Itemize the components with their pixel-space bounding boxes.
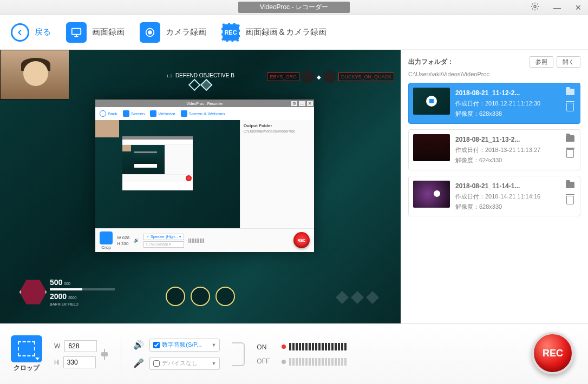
recording-resolution: 解像度：628x338 <box>455 109 576 119</box>
svg-point-3 <box>148 31 152 34</box>
rec-icon: REC <box>221 23 240 42</box>
screen-record-button[interactable]: 画面録画 <box>66 22 125 43</box>
both-record-button[interactable]: REC 画面録画＆カメラ録画 <box>221 23 326 42</box>
window-controls: — ✕ <box>527 0 585 15</box>
nested-toolbar: Back Screen Webcam Screen & Webcam <box>95 107 314 120</box>
recording-item[interactable]: 2018-08-21_11-12-2... 作成日付：2018-12-21 11… <box>408 83 580 124</box>
close-button[interactable]: ✕ <box>572 2 585 13</box>
recording-date: 作成日付：2018-13-21 11:13:27 <box>455 145 576 155</box>
recording-date: 作成日付：2018-12-21 11:12:30 <box>455 98 576 109</box>
output-path: C:\Users\aki\Videos\VideoProc <box>408 71 580 77</box>
nested-window: VideoProc - Recorder ⚙—✕ Back Screen Web… <box>95 100 314 252</box>
toolbar: 戻る 画面録画 カメラ録画 REC 画面録画＆カメラ録画 <box>0 15 588 50</box>
svg-rect-1 <box>72 28 81 34</box>
window-title: VideoProc - レコーダー <box>238 2 350 13</box>
width-label: W <box>54 342 60 350</box>
width-input[interactable] <box>64 340 97 352</box>
camera-icon <box>140 22 160 43</box>
microphone-icon: 🎤 <box>133 358 144 368</box>
off-label: OFF <box>257 357 270 365</box>
mic-select[interactable]: デバイスなし▼ <box>149 357 220 370</box>
hero-portrait <box>19 279 47 306</box>
main-content: 1.3 DEFEND OBJECTIVE B EBYS_ORG ◆ DUCKYS… <box>0 50 588 323</box>
crop-button[interactable] <box>11 335 42 362</box>
recording-resolution: 解像度：624x330 <box>455 155 576 165</box>
recording-date: 作成日付：2018-14-21 11:14:16 <box>455 191 576 202</box>
camera-record-button[interactable]: カメラ録画 <box>140 22 206 43</box>
recording-item[interactable]: 2018-08-21_11-13-2... 作成日付：2018-13-21 11… <box>408 129 580 170</box>
hud-bottom: 500 500 2000 2000 BARRIER FIELD <box>0 276 401 314</box>
record-button[interactable]: REC <box>532 332 574 374</box>
preview-area[interactable]: 1.3 DEFEND OBJECTIVE B EBYS_ORG ◆ DUCKYS… <box>0 50 401 323</box>
recording-resolution: 解像度：628x330 <box>455 202 576 212</box>
screen-record-label: 画面録画 <box>92 27 125 37</box>
camera-record-label: カメラ録画 <box>166 27 206 37</box>
speaker-icon: 🔊 <box>133 340 144 350</box>
recording-name: 2018-08-21_11-13-2... <box>455 134 576 145</box>
output-folder-label: 出力フォルダ： <box>408 57 454 67</box>
open-button[interactable]: 開く <box>557 56 580 68</box>
back-button[interactable]: 戻る <box>11 23 51 42</box>
hud-players: EBYS_ORG ◆ DUCKYS_ON_QUACK <box>267 70 394 83</box>
webcam-pip <box>0 50 69 100</box>
footer: クロップ W H 🔊 数字音频(S/P...▼ 🎤 デバイスなし▼ ON OFF… <box>0 323 588 384</box>
trash-icon[interactable] <box>566 103 574 111</box>
monitor-icon <box>66 22 87 43</box>
trash-icon[interactable] <box>566 149 574 158</box>
recording-name: 2018-08-21_11-14-1... <box>455 181 576 191</box>
mic-meter <box>282 358 347 366</box>
chevron-down-icon: ▼ <box>211 361 216 366</box>
crop-label: クロップ <box>14 363 40 373</box>
svg-point-0 <box>534 5 536 8</box>
nested-titlebar: VideoProc - Recorder ⚙—✕ <box>95 100 314 107</box>
on-label: ON <box>257 343 270 351</box>
recording-thumbnail <box>413 134 450 161</box>
back-label: 戻る <box>35 27 51 37</box>
titlebar: VideoProc - レコーダー — ✕ <box>0 0 588 15</box>
recording-thumbnail <box>413 181 450 208</box>
folder-icon[interactable] <box>566 89 574 95</box>
back-icon <box>11 23 29 42</box>
height-input[interactable] <box>63 356 96 368</box>
folder-icon[interactable] <box>566 182 574 188</box>
recording-name: 2018-08-21_11-12-2... <box>455 88 576 98</box>
speaker-select[interactable]: 数字音频(S/P...▼ <box>149 339 220 352</box>
hud-objective: 1.3 DEFEND OBJECTIVE B <box>166 72 234 89</box>
recording-item[interactable]: 2018-08-21_11-14-1... 作成日付：2018-14-21 11… <box>408 176 580 217</box>
chevron-down-icon <box>35 357 40 360</box>
minimize-button[interactable]: — <box>550 2 564 13</box>
speaker-meter <box>282 343 347 350</box>
recording-thumbnail <box>413 88 450 115</box>
settings-button[interactable] <box>527 1 543 14</box>
chevron-down-icon: ▼ <box>211 342 216 348</box>
side-panel: 出力フォルダ： 参照 開く C:\Users\aki\Videos\VideoP… <box>401 50 588 323</box>
browse-button[interactable]: 参照 <box>530 56 553 68</box>
lock-aspect-icon[interactable] <box>100 349 109 360</box>
folder-icon[interactable] <box>566 135 574 142</box>
both-record-label: 画面録画＆カメラ録画 <box>245 27 326 37</box>
height-label: H <box>54 359 59 366</box>
trash-icon[interactable] <box>566 196 574 204</box>
